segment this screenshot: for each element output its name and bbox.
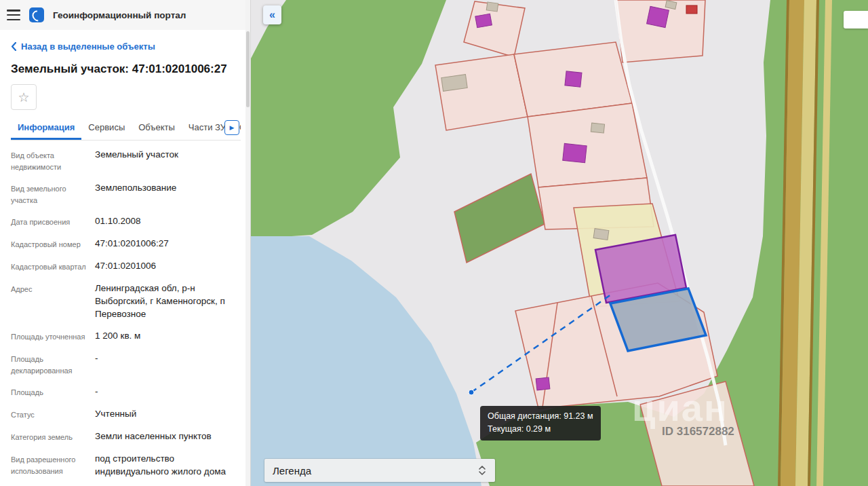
tab-information[interactable]: Информация [11,115,81,140]
field-label: Вид земельного участка [11,182,87,206]
field-label: Вид разрешенного использования [11,453,87,476]
info-row: Дата присвоения01.10.2008 [11,210,241,233]
legend-toggle[interactable]: Легенда [264,459,495,482]
info-row: Кадастровый номер47:01:0201006:27 [11,233,241,255]
field-value: Земельный участок [95,149,241,162]
field-label: Категория земель [11,430,87,443]
info-row: Вид разрешенного использованияпод строит… [11,448,241,483]
sidebar: Геоинформационный портал Назад в выделен… [0,0,251,486]
info-row: Категория земельЗемли населенных пунктов [11,426,241,448]
back-link[interactable]: Назад в выделенные объекты [11,41,241,52]
field-label: Площадь уточненная [11,330,87,343]
sidebar-scrollbar[interactable] [245,0,250,486]
info-row: Кадастровый квартал47:01:0201006 [11,255,241,278]
field-value: - [95,386,241,398]
info-table: Вид объекта недвижимостиЗемельный участо… [11,141,241,486]
map-canvas[interactable]: « Общая дистанция: 91.23 м Текущая: 0.29… [251,0,868,486]
collapse-sidebar-button[interactable]: « [263,5,281,24]
favorite-button[interactable]: ☆ [11,84,37,110]
legend-label: Легенда [273,465,311,476]
field-label: Площадь [11,386,87,398]
tab-bar: Информация Сервисы Объекты Части ЗУ Сост… [11,115,241,141]
hamburger-menu-icon[interactable] [7,10,20,20]
app-title: Геоинформационный портал [53,10,186,20]
info-row: Форма собственностиЧастная [11,483,241,486]
info-row: Вид объекта недвижимостиЗемельный участо… [11,144,241,177]
map-layers [251,0,868,486]
field-label: Статус [11,408,87,421]
info-row: Площадь уточненная1 200 кв. м [11,325,241,348]
tab-objects[interactable]: Объекты [132,115,182,140]
info-row: Площадь- [11,381,241,403]
star-icon: ☆ [18,90,29,105]
field-value: Учтенный [95,408,241,421]
field-value: под строительство индивидуального жилого… [95,453,241,479]
field-value: 01.10.2008 [95,215,241,228]
field-label: Кадастровый квартал [11,260,87,273]
field-value: - [95,352,241,365]
page-title: Земельный участок: 47:01:0201006:27 [11,62,241,77]
app-logo-icon [29,7,44,22]
sidebar-header: Геоинформационный портал [0,0,250,30]
field-value: Земли населенных пунктов [95,430,241,443]
field-value: Ленинградская обл, р-н Выборгский, г Кам… [95,282,241,321]
map-control-partial[interactable] [844,11,868,29]
chevron-left-icon [11,42,16,51]
field-value: 47:01:0201006:27 [95,238,241,250]
info-row: Площадь декларированная- [11,348,241,381]
arrow-right-icon: ▶ [230,124,235,131]
field-value: 47:01:0201006 [95,260,241,273]
double-chevron-left-icon: « [269,9,275,21]
info-row: Вид земельного участкаЗемлепользование [11,177,241,210]
tab-services[interactable]: Сервисы [81,115,132,140]
geoportal-app: Геоинформационный портал Назад в выделен… [0,0,868,486]
info-row: СтатусУчтенный [11,403,241,426]
field-value: 1 200 кв. м [95,330,241,343]
back-link-label: Назад в выделенные объекты [21,41,155,52]
info-row: АдресЛенинградская обл, р-н Выборгский, … [11,278,241,326]
field-label: Кадастровый номер [11,238,87,250]
chevron-up-down-icon [477,464,487,476]
field-label: Дата присвоения [11,215,87,228]
sidebar-body: Назад в выделенные объекты Земельный уча… [0,41,250,486]
sidebar-scrollbar-thumb[interactable] [246,31,250,107]
field-label: Площадь декларированная [11,352,87,376]
field-value: Землепользование [95,182,241,195]
field-label: Адрес [11,282,87,295]
tabs-scroll-next-button[interactable]: ▶ [224,120,239,135]
field-label: Вид объекта недвижимости [11,149,87,172]
